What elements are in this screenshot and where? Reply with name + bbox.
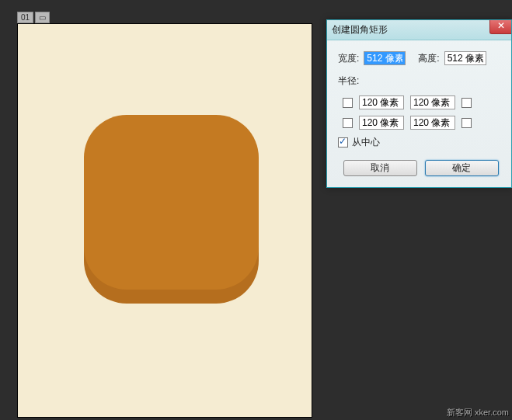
width-input[interactable]	[364, 51, 406, 65]
link-bottom-right-checkbox[interactable]	[461, 118, 472, 128]
dimensions-row: 宽度: 高度:	[338, 51, 503, 65]
rounded-rect-face	[84, 115, 259, 290]
height-label: 高度:	[418, 52, 439, 65]
create-rounded-rect-dialog: 创建圆角矩形 ✕ 宽度: 高度: 半径: 从中心	[326, 19, 512, 188]
radius-bottom-right-input[interactable]	[410, 116, 455, 130]
from-center-label: 从中心	[352, 136, 380, 149]
close-icon: ✕	[497, 20, 505, 31]
from-center-row: 从中心	[338, 136, 503, 149]
close-button[interactable]: ✕	[489, 20, 511, 34]
dialog-title: 创建圆角矩形	[332, 23, 388, 36]
link-bottom-left-checkbox[interactable]	[343, 118, 353, 128]
tab-01[interactable]: 01	[17, 12, 33, 23]
tab-close-icon[interactable]: ▭	[35, 12, 50, 23]
dialog-buttons: 取消 确定	[338, 160, 503, 179]
document-tabs: 01 ▭	[17, 12, 50, 23]
radius-label: 半径:	[338, 75, 503, 88]
watermark: 新客网 xker.com	[447, 407, 509, 418]
radius-top-row	[338, 95, 503, 109]
radius-top-right-input[interactable]	[410, 95, 455, 109]
dialog-body: 宽度: 高度: 半径: 从中心 取消 确定	[327, 40, 511, 187]
radius-bottom-row	[338, 116, 503, 130]
link-top-right-checkbox[interactable]	[461, 98, 472, 108]
cancel-button[interactable]: 取消	[343, 160, 417, 176]
ok-button[interactable]: 确定	[425, 160, 499, 176]
link-top-left-checkbox[interactable]	[343, 98, 353, 108]
radius-bottom-left-input[interactable]	[359, 116, 404, 130]
from-center-checkbox[interactable]	[338, 137, 348, 148]
height-input[interactable]	[444, 51, 486, 65]
rounded-rect-shape	[18, 24, 312, 417]
width-label: 宽度:	[338, 52, 359, 65]
canvas[interactable]	[17, 23, 312, 418]
dialog-titlebar[interactable]: 创建圆角矩形 ✕	[327, 20, 511, 40]
radius-top-left-input[interactable]	[359, 95, 404, 109]
